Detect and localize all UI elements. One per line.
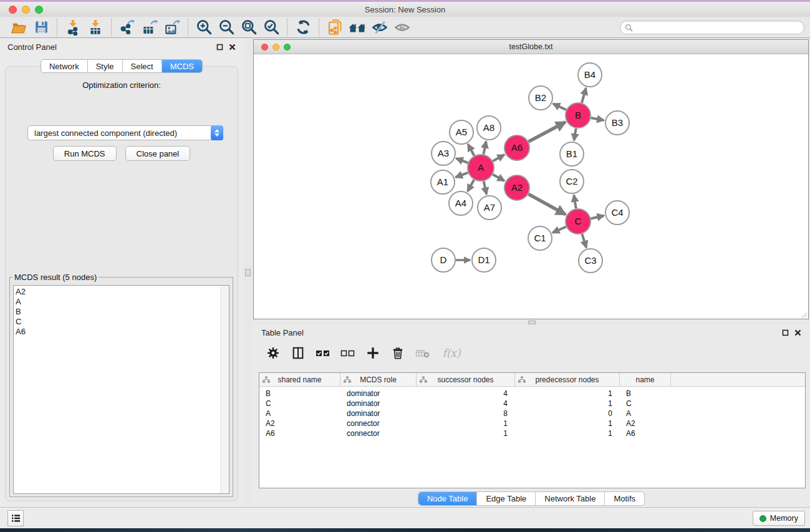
run-mcds-button[interactable]: Run MCDS bbox=[53, 146, 117, 161]
select-all-button[interactable] bbox=[315, 346, 330, 361]
list-item[interactable]: C bbox=[16, 317, 229, 327]
delete-column-button[interactable] bbox=[390, 346, 405, 361]
graph-node-C1[interactable]: C1 bbox=[528, 226, 552, 250]
graph-edge-A-A1[interactable] bbox=[456, 173, 468, 177]
search-input[interactable] bbox=[635, 23, 791, 32]
graph-node-B2[interactable]: B2 bbox=[529, 86, 552, 110]
graph-edge-A-A7[interactable] bbox=[484, 181, 487, 194]
tab-motifs[interactable]: Motifs bbox=[605, 492, 644, 505]
houses-button[interactable] bbox=[346, 18, 369, 37]
column-selector-button[interactable] bbox=[290, 346, 306, 361]
graph-node-B3[interactable]: B3 bbox=[605, 111, 629, 135]
graph-edge-A-A8[interactable] bbox=[483, 142, 486, 155]
float-panel-icon[interactable] bbox=[216, 44, 223, 51]
list-item[interactable]: B bbox=[16, 307, 229, 317]
import-network-button[interactable] bbox=[62, 18, 84, 37]
graph-node-D[interactable]: D bbox=[432, 248, 455, 272]
tab-node-table[interactable]: Node Table bbox=[418, 492, 478, 505]
graph-edge-C-C2[interactable] bbox=[574, 195, 576, 209]
network-window-titlebar[interactable]: testGlobe.txt bbox=[254, 40, 808, 54]
tab-select[interactable]: Select bbox=[123, 60, 162, 72]
graph-node-A3[interactable]: A3 bbox=[432, 142, 455, 165]
column-header[interactable]: MCDS role bbox=[340, 373, 417, 386]
table-row[interactable]: Adominator80A bbox=[259, 409, 805, 418]
graph-node-A8[interactable]: A8 bbox=[477, 116, 501, 140]
zoom-in-button[interactable] bbox=[193, 18, 215, 37]
graph-node-C2[interactable]: C2 bbox=[560, 170, 584, 193]
function-builder-button[interactable]: f(x) bbox=[440, 346, 463, 361]
show-graphics-details-button[interactable] bbox=[391, 18, 413, 37]
graph-node-C4[interactable]: C4 bbox=[605, 201, 629, 225]
save-session-button[interactable] bbox=[30, 18, 52, 37]
tab-network-table[interactable]: Network Table bbox=[536, 492, 605, 505]
graph-edge-C-C1[interactable] bbox=[552, 226, 566, 233]
column-header[interactable]: shared name bbox=[259, 373, 340, 386]
graph-node-B[interactable]: B bbox=[566, 103, 591, 128]
graph-edge-C-C3[interactable] bbox=[582, 234, 586, 248]
resize-grip-icon[interactable] bbox=[800, 311, 808, 318]
table-row[interactable]: A2connector11A2 bbox=[259, 418, 805, 428]
graph-edge-B-B2[interactable] bbox=[553, 104, 566, 110]
table-row[interactable]: Cdominator41C bbox=[259, 399, 805, 409]
column-header[interactable]: predecessor nodes bbox=[515, 373, 620, 386]
export-table-button[interactable] bbox=[138, 18, 161, 37]
float-panel-icon[interactable] bbox=[782, 329, 789, 336]
column-header[interactable]: name bbox=[620, 373, 671, 386]
zoom-out-button[interactable] bbox=[215, 18, 238, 37]
vertical-splitter-handle[interactable] bbox=[245, 269, 251, 276]
open-session-button[interactable] bbox=[7, 18, 30, 37]
list-item[interactable]: A2 bbox=[16, 287, 229, 297]
zoom-fit-button[interactable] bbox=[238, 18, 260, 37]
network-canvas[interactable]: AA1A2A3A4A5A6A7A8BB1B2B3B4CC1C2C3C4DD1 bbox=[254, 54, 808, 319]
graph-node-A5[interactable]: A5 bbox=[450, 120, 473, 144]
graph-edge-A6-B[interactable] bbox=[529, 122, 566, 142]
zoom-selected-button[interactable] bbox=[260, 18, 282, 37]
import-table-button[interactable] bbox=[84, 18, 107, 37]
close-panel-button[interactable]: Close panel bbox=[125, 146, 191, 161]
close-panel-icon[interactable] bbox=[794, 329, 801, 336]
graph-node-A2[interactable]: A2 bbox=[504, 175, 529, 200]
task-history-button[interactable] bbox=[7, 510, 24, 526]
graph-edge-A-A3[interactable] bbox=[456, 158, 468, 163]
graph-node-A4[interactable]: A4 bbox=[449, 191, 473, 215]
graph-node-B1[interactable]: B1 bbox=[560, 142, 584, 166]
memory-button[interactable]: Memory bbox=[753, 511, 805, 526]
graph-node-C3[interactable]: C3 bbox=[579, 249, 602, 273]
tab-mcds[interactable]: MCDS bbox=[162, 60, 202, 72]
tab-network[interactable]: Network bbox=[41, 60, 88, 72]
mcds-result-list[interactable]: A2ABCA6 bbox=[13, 285, 229, 494]
hide-graphics-details-button[interactable] bbox=[369, 18, 391, 37]
add-column-button[interactable] bbox=[365, 346, 380, 361]
graph-node-C[interactable]: C bbox=[566, 209, 591, 234]
optimization-criterion-select[interactable]: largest connected component (directed) bbox=[27, 125, 223, 140]
list-item[interactable]: A bbox=[16, 297, 229, 307]
table-settings-button[interactable] bbox=[265, 346, 281, 361]
deselect-all-button[interactable] bbox=[340, 346, 355, 361]
graph-node-A1[interactable]: A1 bbox=[431, 170, 455, 194]
graph-node-A6[interactable]: A6 bbox=[504, 135, 529, 160]
delete-table-button[interactable] bbox=[415, 346, 430, 361]
column-header[interactable]: successor nodes bbox=[417, 373, 515, 386]
list-item[interactable]: A6 bbox=[16, 327, 229, 337]
graph-node-A[interactable]: A bbox=[468, 155, 494, 181]
table-row[interactable]: A6connector11A6 bbox=[259, 428, 805, 438]
graph-edge-A-A5[interactable] bbox=[468, 144, 475, 155]
graph-node-B4[interactable]: B4 bbox=[578, 63, 602, 87]
graph-edge-A-A2[interactable] bbox=[493, 175, 504, 181]
export-network-button[interactable] bbox=[116, 18, 138, 37]
graph-edge-C-C4[interactable] bbox=[591, 216, 604, 219]
graph-node-A7[interactable]: A7 bbox=[478, 196, 501, 220]
table-row[interactable]: Bdominator41B bbox=[259, 389, 805, 399]
graph-edge-A-A4[interactable] bbox=[468, 180, 474, 191]
graph-edge-A2-C[interactable] bbox=[528, 194, 565, 215]
apply-layout-button[interactable] bbox=[292, 18, 314, 37]
network-from-file-button[interactable] bbox=[324, 18, 346, 37]
graph-edge-B-B1[interactable] bbox=[574, 128, 576, 141]
tab-edge-table[interactable]: Edge Table bbox=[477, 492, 536, 505]
close-panel-icon[interactable] bbox=[229, 44, 236, 51]
tab-style[interactable]: Style bbox=[88, 60, 123, 72]
graph-node-D1[interactable]: D1 bbox=[472, 248, 496, 272]
export-image-button[interactable] bbox=[161, 18, 183, 37]
graph-edge-B-B3[interactable] bbox=[591, 118, 604, 120]
graph-edge-B-B4[interactable] bbox=[582, 88, 586, 103]
